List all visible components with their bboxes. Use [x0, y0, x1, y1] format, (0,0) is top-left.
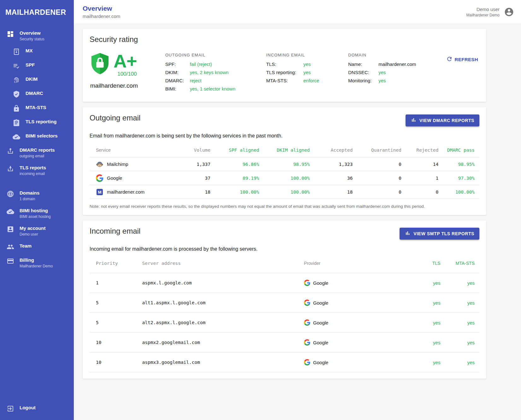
- info-value: yes, 1 selector known: [190, 85, 235, 93]
- sidebar-item-tls-reports[interactable]: TLS reportsincoming email: [0, 161, 74, 179]
- info-value: fail (reject): [190, 60, 212, 68]
- cell-server: aspmx2.googlemail.com: [142, 333, 304, 353]
- sidebar-item-label: Team: [20, 243, 32, 249]
- security-info-row: Monitoring:yes: [348, 77, 443, 85]
- info-label: TLS:: [266, 60, 303, 68]
- cell-accepted: 36: [310, 171, 353, 185]
- sidebar-item-spf[interactable]: SPF: [0, 59, 74, 73]
- sidebar-item-dmarc[interactable]: DMARC: [0, 87, 74, 101]
- cell-spf_aligned: 100.00%: [210, 185, 259, 199]
- info-label: DMARC:: [165, 77, 190, 85]
- cell-priority: 10: [90, 333, 142, 353]
- sidebar-item-text: OverviewSecurity status: [20, 30, 44, 41]
- cell-service: Google: [90, 171, 172, 185]
- cell-mta_sts: yes: [440, 313, 479, 333]
- sidebar-item-subtitle: Demo user: [20, 232, 46, 236]
- security-info-row: SPF:fail (reject): [165, 60, 266, 68]
- security-score-block: A+ 100/100 mailhardener.com: [90, 53, 165, 93]
- provider-text: Google: [313, 360, 328, 365]
- sidebar-item-team[interactable]: Team: [0, 240, 74, 254]
- sidebar-item-logout[interactable]: Logout: [0, 401, 74, 416]
- info-value: enforce: [303, 77, 319, 85]
- incoming-description: Incoming email for mailhardener.com is p…: [90, 246, 479, 252]
- sidebar-item-label: My account: [20, 225, 46, 231]
- info-label: Monitoring:: [348, 77, 378, 85]
- cell-mta_sts: yes: [440, 273, 479, 293]
- clipboard-icon: [13, 119, 20, 126]
- service-text: Google: [107, 175, 122, 181]
- cell-quarantined: 0: [353, 185, 401, 199]
- sidebar-item-label: TLS reports: [20, 165, 46, 171]
- incoming-email-summary: INCOMING EMAILTLS:yesTLS reporting:yesMT…: [266, 53, 348, 93]
- sidebar-item-tls-reporting[interactable]: TLS reporting: [0, 115, 74, 130]
- sidebar-item-bimi-selectors[interactable]: BIMI selectors: [0, 130, 74, 144]
- info-value: mailhardener.com: [378, 60, 416, 68]
- security-info-row: MTA-STS:enforce: [266, 77, 348, 85]
- info-value: yes: [303, 60, 311, 68]
- sidebar-item-text: SPF: [26, 62, 35, 68]
- refresh-button[interactable]: REFRESH: [446, 56, 478, 63]
- security-domain: mailhardener.com: [90, 82, 165, 89]
- cell-rejected: 14: [401, 157, 438, 171]
- view-dmarc-reports-button[interactable]: VIEW DMARC REPORTS: [406, 114, 479, 126]
- cell-rejected: 0: [401, 185, 438, 199]
- info-label: SPF:: [165, 60, 190, 68]
- info-value: yes: [378, 77, 386, 85]
- person-circle-icon[interactable]: [504, 7, 514, 17]
- sidebar: MAILHARDENER OverviewSecurity statusMXSP…: [0, 0, 74, 420]
- sidebar-item-domains[interactable]: Domains1 domain: [0, 187, 74, 204]
- sidebar-item-subtitle: BIMI asset hosting: [20, 214, 51, 219]
- cell-server: alt1.aspmx.l.google.com: [142, 293, 304, 313]
- sidebar-item-label: DKIM: [26, 76, 38, 82]
- cell-priority: 5: [90, 293, 142, 313]
- cell-server: aspmx.l.google.com: [142, 273, 304, 293]
- security-info-row: DMARC:reject: [165, 77, 266, 85]
- column-header-dmarc-pass: DMARC pass: [438, 144, 479, 157]
- cell-spf_aligned: 96.86%: [210, 157, 259, 171]
- sidebar-item-dmarc-reports[interactable]: DMARC reportsoutgoing email: [0, 144, 74, 161]
- info-value: reject: [190, 77, 202, 85]
- incoming-email-heading: INCOMING EMAIL: [266, 53, 348, 57]
- refresh-icon: [446, 56, 453, 63]
- column-header-tls: TLS: [405, 257, 440, 273]
- sidebar-item-billing[interactable]: BillingMailhardener Demo: [0, 254, 74, 271]
- cell-spf_aligned: 89.19%: [210, 171, 259, 185]
- logout-label: Logout: [20, 405, 36, 411]
- service-text: mailhardener.com: [107, 189, 144, 195]
- page-title: Overview: [83, 5, 120, 12]
- sidebar-item-overview[interactable]: OverviewSecurity status: [0, 27, 74, 44]
- content: Security rating REFRESH A+ 100/100: [74, 24, 521, 384]
- sidebar-item-label: Overview: [20, 30, 44, 36]
- sidebar-item-my-account[interactable]: My accountDemo user: [0, 222, 74, 240]
- cell-provider: Google: [304, 293, 405, 313]
- outgoing-email-heading: OUTGOING EMAIL: [165, 53, 266, 57]
- sidebar-item-label: Domains: [20, 190, 39, 196]
- cell-provider: Google: [304, 353, 405, 372]
- cell-quarantined: 0: [353, 157, 401, 171]
- cell-volume: 1,337: [172, 157, 211, 171]
- google-icon: [304, 339, 310, 346]
- sidebar-item-mta-sts[interactable]: MTA-STS: [0, 101, 74, 115]
- sidebar-item-text: MTA-STS: [26, 104, 46, 111]
- cell-mta_sts: yes: [440, 293, 479, 313]
- sidebar-item-mx[interactable]: MX: [0, 44, 74, 59]
- sidebar-item-text: My accountDemo user: [20, 225, 46, 236]
- info-label: Name:: [348, 60, 378, 68]
- sidebar-item-bimi-hosting[interactable]: BIMI hostingBIMI asset hosting: [0, 204, 74, 222]
- sidebar-item-subtitle: Security status: [20, 37, 44, 41]
- sidebar-item-dkim[interactable]: DKIM: [0, 73, 74, 87]
- sidebar-item-text: TLS reporting: [26, 119, 56, 125]
- column-header-priority: Priority: [90, 257, 142, 273]
- view-smtp-tls-reports-button[interactable]: VIEW SMTP TLS REPORTS: [400, 228, 479, 240]
- sidebar-item-subtitle: outgoing email: [20, 154, 55, 158]
- incoming-email-card: Incoming email VIEW SMTP TLS REPORTS Inc…: [83, 220, 486, 379]
- sidebar-item-label: SPF: [26, 62, 35, 68]
- cell-server: aspmx3.googlemail.com: [142, 353, 304, 372]
- user-info: Demo user Mailhardener Demo: [466, 7, 500, 17]
- security-info-row: DNSSEC:yes: [348, 68, 443, 77]
- sidebar-item-text: BillingMailhardener Demo: [20, 257, 53, 268]
- cell-tls: yes: [405, 313, 440, 333]
- info-label: DNSSEC:: [348, 68, 378, 77]
- page-subtitle: mailhardener.com: [83, 14, 120, 19]
- outgoing-card-title: Outgoing email: [90, 114, 140, 122]
